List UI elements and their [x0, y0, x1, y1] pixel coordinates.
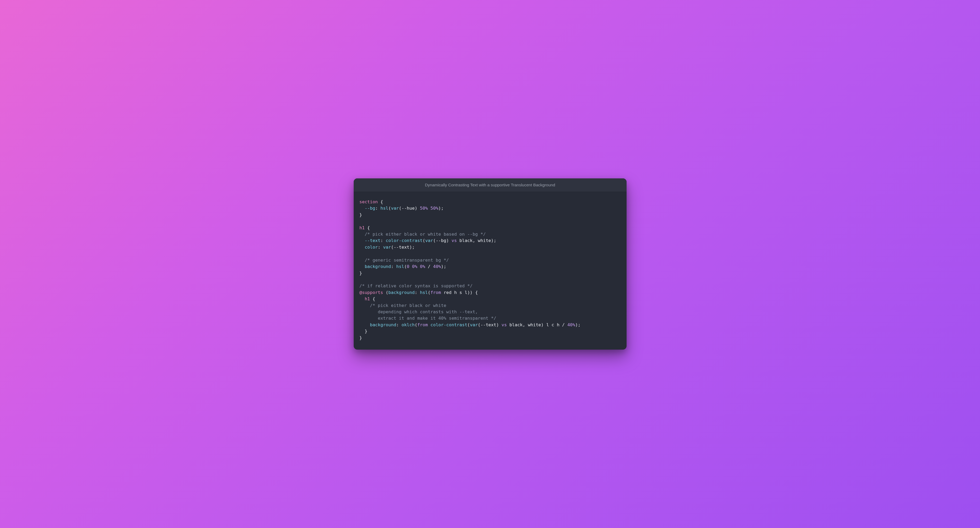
number: 0%	[420, 264, 425, 269]
identifier: --text	[480, 322, 496, 327]
colon: :	[378, 245, 383, 250]
function: color-contrast	[386, 238, 423, 243]
number: 40%	[433, 264, 441, 269]
space	[554, 322, 557, 327]
paren: );	[575, 322, 581, 327]
space	[417, 264, 420, 269]
comment: /* pick either black or white depending …	[360, 303, 496, 321]
comma: ,	[473, 238, 478, 243]
identifier: c	[552, 322, 554, 327]
space	[462, 290, 465, 295]
number: 40%	[567, 322, 575, 327]
space	[428, 206, 431, 211]
brace: }	[360, 212, 362, 217]
paren: )) {	[467, 290, 478, 295]
colon: :	[396, 322, 402, 327]
paren: );	[409, 245, 415, 250]
property: background	[364, 264, 391, 269]
paren: )	[541, 322, 546, 327]
selector: section	[360, 199, 378, 204]
selector: h1	[360, 225, 365, 230]
paren: );	[439, 206, 444, 211]
identifier: --bg	[436, 238, 446, 243]
brace: {	[364, 225, 370, 230]
property: --text	[364, 238, 380, 243]
function: var	[383, 245, 391, 250]
comma: ,	[523, 322, 528, 327]
space	[507, 322, 509, 327]
identifier: white	[478, 238, 491, 243]
paren: (	[423, 238, 425, 243]
identifier: l	[465, 290, 467, 295]
identifier: red	[444, 290, 452, 295]
space	[452, 290, 454, 295]
identifier: black	[460, 238, 473, 243]
identifier: --text	[394, 245, 410, 250]
window-title: Dynamically Contrasting Text with a supp…	[354, 179, 627, 192]
space	[441, 290, 444, 295]
paren: (	[433, 238, 436, 243]
function: color-contrast	[431, 322, 467, 327]
property: color	[364, 245, 378, 250]
space	[409, 264, 412, 269]
comment: /* pick either black or white based on -…	[364, 232, 486, 237]
paren: );	[441, 264, 446, 269]
paren: (	[467, 322, 470, 327]
paren: (	[388, 206, 391, 211]
identifier: --hue	[402, 206, 415, 211]
paren: (	[478, 322, 480, 327]
paren: (	[415, 322, 417, 327]
paren: )	[496, 322, 501, 327]
brace: {	[378, 199, 383, 204]
space	[457, 290, 460, 295]
code-window: Dynamically Contrasting Text with a supp…	[354, 179, 627, 349]
colon: :	[391, 264, 396, 269]
number: 50%	[420, 206, 428, 211]
identifier: l	[546, 322, 549, 327]
identifier: black	[509, 322, 523, 327]
slash: /	[425, 264, 433, 269]
keyword: vs	[452, 238, 457, 243]
function: hsl	[396, 264, 404, 269]
code-block: section { --bg: hsl(var(--hue) 50% 50%);…	[354, 192, 627, 349]
paren: (	[391, 245, 394, 250]
space	[457, 238, 460, 243]
keyword: from	[417, 322, 428, 327]
paren: (	[383, 290, 388, 295]
property: background	[370, 322, 396, 327]
number: 50%	[431, 206, 439, 211]
function: hsl	[380, 206, 388, 211]
slash: /	[560, 322, 568, 327]
function: hsl	[420, 290, 428, 295]
at-rule: @supports	[360, 290, 383, 295]
function: oklch	[401, 322, 415, 327]
keyword: from	[431, 290, 441, 295]
paren: (	[428, 290, 431, 295]
property: --bg	[364, 206, 375, 211]
function: var	[391, 206, 399, 211]
colon: :	[415, 290, 420, 295]
property: background	[388, 290, 415, 295]
paren: (	[399, 206, 402, 211]
space	[549, 322, 552, 327]
colon: :	[375, 206, 380, 211]
brace: }	[364, 329, 367, 334]
identifier: s	[460, 290, 462, 295]
selector: h1	[364, 296, 370, 301]
brace: }	[360, 335, 362, 340]
identifier: h	[454, 290, 457, 295]
identifier: h	[557, 322, 560, 327]
number: 0%	[412, 264, 417, 269]
keyword: vs	[501, 322, 507, 327]
paren: );	[491, 238, 496, 243]
paren: )	[446, 238, 452, 243]
space	[428, 322, 431, 327]
brace: {	[370, 296, 375, 301]
function: var	[425, 238, 433, 243]
comment: /* generic semitransparent bg */	[364, 258, 449, 263]
brace: }	[360, 271, 362, 276]
colon: :	[380, 238, 386, 243]
identifier: white	[528, 322, 541, 327]
number: 0	[407, 264, 409, 269]
function: var	[470, 322, 478, 327]
